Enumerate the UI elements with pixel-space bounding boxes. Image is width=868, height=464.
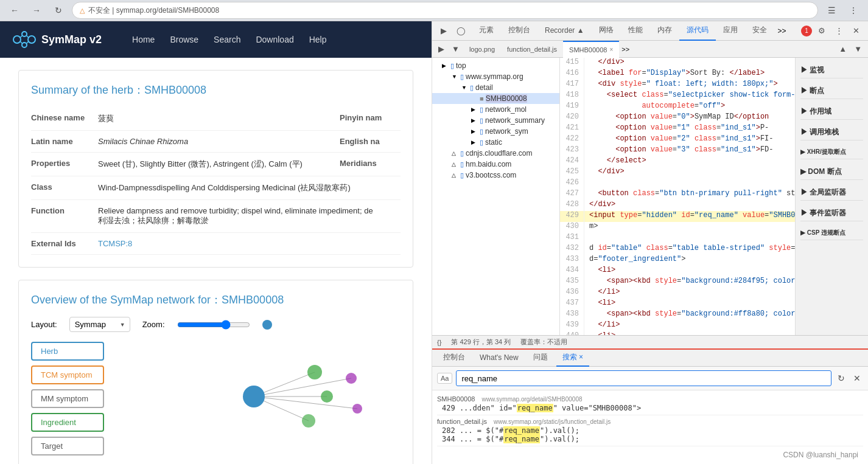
devtools-more-options-btn[interactable]: ⋮ [831,24,847,38]
global-listeners-title[interactable]: ▶ 全局监听器 [800,185,863,201]
code-line-429: 429<input type="hidden" id="req_name" va… [560,211,795,222]
tree-item-cdnjs[interactable]: △ ▯ cdnjs.cloudflare.com [432,148,559,159]
clear-search-btn[interactable]: ✕ [851,372,863,384]
drawer-tab-console[interactable]: 控制台 [437,350,471,367]
tree-item-network-mol[interactable]: ▶ ▯ network_mol [432,104,559,115]
tcm-legend-btn[interactable]: TCM symptom [31,365,104,384]
result-line-429[interactable]: 429 ...dden" id="req_name" value="SMHB00… [442,404,863,412]
zoom-label: Zoom: [142,320,165,329]
dom-title[interactable]: ▶ DOM 断点 [800,164,863,180]
nav-browse[interactable]: Browse [170,35,198,44]
zoom-indicator [262,320,272,330]
herb-legend-btn[interactable]: Herb [31,342,104,361]
watch-title[interactable]: ▶ 监视 [800,63,863,78]
tree-label: network_mol [485,105,527,114]
result-line-282[interactable]: 282 ... = $("#req_name").val(); [442,426,863,435]
file-nav-right[interactable]: ▼ [448,42,463,56]
nav-download[interactable]: Download [256,35,293,44]
devtools-tab-app[interactable]: 应用 [716,21,745,41]
tree-item-network-summary[interactable]: ▶ ▯ network_summary [432,115,559,126]
refresh-search-btn[interactable]: ↻ [835,372,847,384]
back-button[interactable]: ← [6,2,23,19]
tree-label: hm.baidu.com [466,160,511,168]
svg-line-7 [26,41,29,44]
value-latin: Smilacis Chinae Rhizoma [98,131,340,153]
event-listeners-title[interactable]: ▶ 事件监听器 [800,206,863,221]
ingredient-legend-btn[interactable]: Ingredient [31,413,104,432]
target-legend-btn[interactable]: Target [31,437,104,455]
refresh-button[interactable]: ↻ [50,2,67,19]
search-input[interactable] [456,370,831,386]
scope-title[interactable]: ▶ 作用域 [800,104,863,120]
code-line-431: 431 [560,233,795,244]
file-tab-close-icon[interactable]: × [609,46,613,53]
result-url-smhb: www.symmap.org/detail/SMHB00008 [481,396,582,403]
devtools-device-btn[interactable]: ◯ [453,24,469,38]
tree-item-smhb[interactable]: ■ SMHB00008 [432,93,559,104]
xhr-section: ▶ XHR/提取断点 [796,143,868,162]
drawer-tab-whatsnew[interactable]: What's New [474,350,525,367]
search-box-area: Aa ↻ ✕ [432,367,868,390]
tree-item-static[interactable]: ▶ ▯ static [432,137,559,148]
file-tab-function-detail[interactable]: function_detail.js [501,41,563,58]
coverage-info: 覆盖率：不适用 [520,338,567,347]
tcmsp-link[interactable]: TCMSP:8 [98,239,132,248]
xhr-title[interactable]: ▶ XHR/提取断点 [800,145,863,159]
breakpoints-title[interactable]: ▶ 断点 [800,83,863,99]
devtools-more-btn[interactable]: >> [774,27,790,35]
file-tab-smhb[interactable]: SMHB00008 × [563,41,619,58]
forward-button[interactable]: → [28,2,45,19]
devtools-tab-security[interactable]: 安全 [745,21,774,41]
devtools-tab-sources[interactable]: 源代码 [679,21,716,41]
tree-item-bootcss[interactable]: △ ▯ v3.bootcss.com [432,170,559,181]
dom-section: ▶ DOM 断点 [796,162,868,182]
code-line-415: 415 </div> [560,58,795,69]
devtools-tab-recorder[interactable]: Recorder ▲ [537,21,592,41]
value-properties: Sweet (甘), Slightly Bitter (微苦), Astring… [98,153,340,176]
devtools-inspect-btn[interactable]: ▶ [437,24,450,38]
folder-icon: ▯ [480,128,483,136]
folder-icon: ▯ [460,150,464,158]
drawer-tab-issues[interactable]: 问题 [527,350,554,367]
devtools-tab-perf[interactable]: 性能 [621,21,650,41]
devtools-main-tabs: 元素 控制台 Recorder ▲ 网络 性能 内存 源代码 应用 安全 >> [472,21,790,41]
nav-home[interactable]: Home [132,35,155,44]
address-bar[interactable]: △ 不安全 | symmap.org/detail/SMHB00008 [72,2,818,19]
tree-label: static [485,138,502,147]
layout-select[interactable]: Symmap [69,317,130,332]
devtools-tab-elements[interactable]: 元素 [472,21,501,41]
file-nav-prev[interactable]: ▲ [835,42,850,56]
menu-button[interactable]: ⋮ [845,2,862,19]
tree-item-symmap[interactable]: ▼ ▯ www.symmap.org [432,71,559,82]
tree-item-network-sym[interactable]: ▶ ▯ network_sym [432,126,559,137]
extensions-button[interactable]: ☰ [823,2,840,19]
file-nav-left[interactable]: ▶ [435,42,448,56]
devtools-main-content: ▶ ▯ top ▼ ▯ www.symmap.org ▼ ▯ [432,58,868,335]
zoom-slider[interactable] [177,320,250,330]
tree-item-detail[interactable]: ▼ ▯ detail [432,82,559,93]
case-sensitive-btn[interactable]: Aa [437,373,452,384]
csp-title[interactable]: ▶ CSP 违规断点 [800,226,863,240]
nav-help[interactable]: Help [309,35,327,44]
nav-search[interactable]: Search [214,35,240,44]
file-tabs-more[interactable]: >> [619,46,632,53]
breakpoints-section: ▶ 断点 [796,81,868,102]
devtools-close-btn[interactable]: ✕ [849,24,863,38]
devtools-tab-console[interactable]: 控制台 [501,21,537,41]
tree-item-hm-baidu[interactable]: △ ▯ hm.baidu.com [432,159,559,170]
file-tab-logo[interactable]: logo.png [463,41,501,58]
callstack-title[interactable]: ▶ 调用堆栈 [800,125,863,140]
drawer-tab-search[interactable]: 搜索 × [556,350,589,367]
code-line-424: 424 </select> [560,156,795,167]
devtools-tab-memory[interactable]: 内存 [650,21,679,41]
svg-line-6 [20,41,23,44]
tree-label: network_summary [485,116,545,125]
result-line-344[interactable]: 344 ... = $("#req_name").val(); [442,435,863,443]
devtools-settings-btn[interactable]: ⚙ [814,24,829,38]
mm-legend-btn[interactable]: MM symptom [31,389,104,408]
file-nav-next[interactable]: ▼ [850,42,866,56]
status-format-btn[interactable]: {} [437,339,441,346]
tree-item-top[interactable]: ▶ ▯ top [432,60,559,71]
code-line-436: 436 </li> [560,288,795,299]
devtools-tab-network[interactable]: 网络 [592,21,621,41]
